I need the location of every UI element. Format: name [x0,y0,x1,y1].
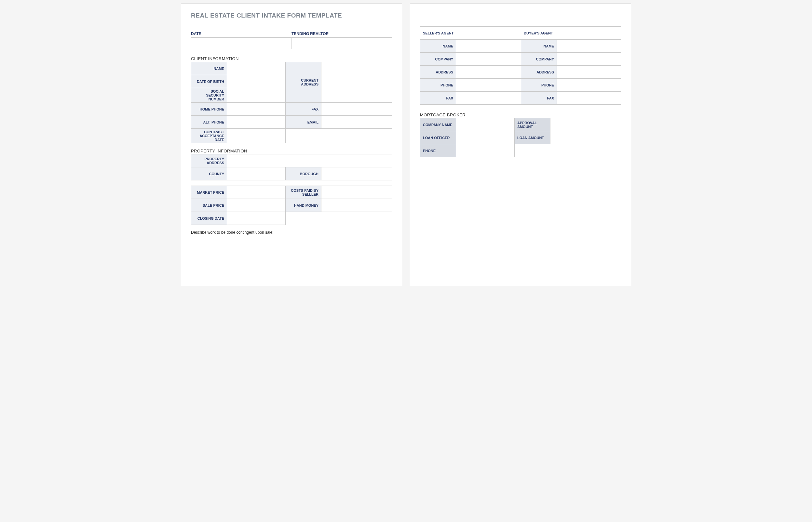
alt-phone-input[interactable] [227,116,286,129]
seller-phone-label: PHONE [420,79,456,92]
buyer-name-label: NAME [521,40,557,53]
broker-table: COMPANY NAME APPROVAL AMOUNT LOAN OFFICE… [420,118,621,157]
buyer-phone-label: PHONE [521,79,557,92]
county-label: COUNTY [191,167,227,180]
home-phone-input[interactable] [227,103,286,116]
agents-table: SELLER'S AGENT BUYER'S AGENT NAME NAME C… [420,26,621,105]
buyer-address-label: ADDRESS [521,66,557,79]
tending-realtor-input[interactable] [291,37,392,49]
contract-acceptance-input[interactable] [227,129,286,143]
seller-name-input[interactable] [456,40,521,53]
property-info-table: PROPERTY ADDRESS COUNTY BOROUGH [191,154,392,180]
price-table: MARKET PRICE COSTS PAID BY SELLLER SALE … [191,186,392,225]
describe-label: Describe work to be done contingent upon… [191,230,392,235]
seller-name-label: NAME [420,40,456,53]
borough-input[interactable] [322,167,392,180]
seller-company-input[interactable] [456,53,521,66]
buyer-fax-input[interactable] [557,92,621,105]
dob-input[interactable] [227,75,286,88]
mortgage-broker-heading: MORTGAGE BROKER [420,113,621,117]
hand-money-label: HAND MONEY [286,199,322,212]
costs-paid-label: COSTS PAID BY SELLLER [286,186,322,199]
ssn-input[interactable] [227,88,286,103]
email-input[interactable] [322,116,392,129]
buyers-agent-heading: BUYER'S AGENT [521,27,621,40]
client-info-table: NAME CURRENT ADDRESS DATE OF BIRTH SOCIA… [191,62,392,143]
contract-acceptance-label: CONTRACT ACCEPTANCE DATE [191,129,227,143]
broker-phone-label: PHONE [420,144,456,157]
buyer-company-input[interactable] [557,53,621,66]
borough-label: BOROUGH [286,167,322,180]
buyer-fax-label: FAX [521,92,557,105]
header-block: DATE TENDING REALTOR [191,32,392,49]
property-address-label: PROPERTY ADDRESS [191,154,227,167]
closing-date-label: CLOSING DATE [191,212,227,225]
client-info-heading: CLIENT INFORMATION [191,56,392,61]
approval-amount-label: APPROVAL AMOUNT [515,118,550,131]
seller-company-label: COMPANY [420,53,456,66]
home-phone-label: HOME PHONE [191,103,227,116]
sale-price-input[interactable] [227,199,286,212]
seller-fax-label: FAX [420,92,456,105]
page-2: SELLER'S AGENT BUYER'S AGENT NAME NAME C… [410,3,631,286]
buyer-address-input[interactable] [557,66,621,79]
loan-amount-input[interactable] [550,131,621,144]
market-price-label: MARKET PRICE [191,186,227,199]
property-address-input[interactable] [227,154,392,167]
loan-officer-input[interactable] [456,131,515,144]
seller-address-input[interactable] [456,66,521,79]
name-input[interactable] [227,62,286,75]
current-address-label: CURRENT ADDRESS [286,62,322,103]
broker-phone-input[interactable] [456,144,515,157]
alt-phone-label: ALT. PHONE [191,116,227,129]
page-title: REAL ESTATE CLIENT INTAKE FORM TEMPLATE [191,12,392,19]
approval-amount-input[interactable] [550,118,621,131]
describe-input[interactable] [191,236,392,263]
company-name-input[interactable] [456,118,515,131]
dob-label: DATE OF BIRTH [191,75,227,88]
loan-officer-label: LOAN OFFICER [420,131,456,144]
ssn-label: SOCIAL SECURITY NUMBER [191,88,227,103]
sale-price-label: SALE PRICE [191,199,227,212]
fax-label: FAX [286,103,322,116]
email-label: EMAIL [286,116,322,129]
closing-date-input[interactable] [227,212,286,225]
loan-amount-label: LOAN AMOUNT [515,131,550,144]
date-label: DATE [191,32,291,37]
sellers-agent-heading: SELLER'S AGENT [420,27,521,40]
seller-phone-input[interactable] [456,79,521,92]
costs-paid-input[interactable] [322,186,392,199]
page-1: REAL ESTATE CLIENT INTAKE FORM TEMPLATE … [181,3,402,286]
buyer-name-input[interactable] [557,40,621,53]
property-info-heading: PROPERTY INFORMATION [191,148,392,154]
seller-address-label: ADDRESS [420,66,456,79]
market-price-input[interactable] [227,186,286,199]
name-label: NAME [191,62,227,75]
buyer-company-label: COMPANY [521,53,557,66]
company-name-label: COMPANY NAME [420,118,456,131]
buyer-phone-input[interactable] [557,79,621,92]
hand-money-input[interactable] [322,199,392,212]
seller-fax-input[interactable] [456,92,521,105]
tending-realtor-label: TENDING REALTOR [291,32,392,37]
fax-input[interactable] [322,103,392,116]
date-input[interactable] [191,37,291,49]
county-input[interactable] [227,167,286,180]
current-address-input[interactable] [322,62,392,103]
